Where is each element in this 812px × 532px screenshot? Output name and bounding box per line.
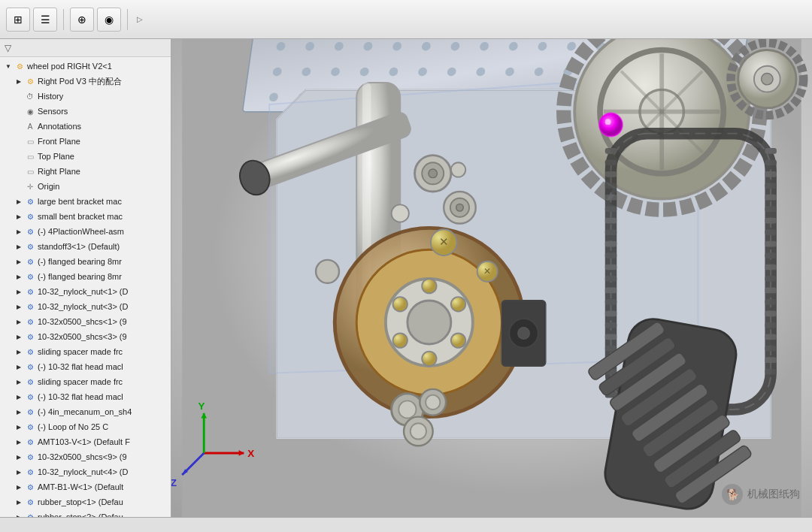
toolbar-expand-arrow[interactable]: ▷ <box>134 14 146 25</box>
svg-rect-106 <box>765 322 776 328</box>
tree-expand-arrow[interactable] <box>14 91 24 101</box>
tree-item-sensors[interactable]: ◉Sensors <box>0 104 171 119</box>
tree-item-shcs9[interactable]: ▶⚙10-32x0500_shcs<9> (9 <box>0 449 171 464</box>
tree-expand-arrow[interactable]: ▶ <box>14 76 24 86</box>
tree-expand-arrow[interactable]: ▶ <box>14 422 24 432</box>
tree-expand-arrow[interactable] <box>14 106 24 116</box>
tree-item-bracket2[interactable]: ▶⚙small bent bracket mac <box>0 209 171 224</box>
svg-point-158 <box>429 169 438 178</box>
tree-item-icon-history: ⏱ <box>24 90 36 102</box>
svg-rect-94 <box>765 183 776 189</box>
tree-item-label-bracket1: large bent bracket mac <box>38 197 122 206</box>
svg-point-124 <box>393 333 408 347</box>
tree-item-origin[interactable]: ✛Origin <box>0 179 171 194</box>
tree-expand-arrow[interactable]: ▶ <box>14 256 24 267</box>
tree-item-4plaction[interactable]: ▶⚙(-) 4PlactionWheel-asm <box>0 224 171 239</box>
tree-item-rubber1[interactable]: ▶⚙rubber_stop<1> (Defau <box>0 494 171 509</box>
tree-item-icon-frontplane: ▭ <box>24 135 36 147</box>
svg-rect-72 <box>605 183 617 189</box>
tree-item-label-bracket2: small bent bracket mac <box>38 212 123 221</box>
tree-item-annotations[interactable]: AAnnotations <box>0 119 171 134</box>
svg-rect-100 <box>765 252 776 258</box>
toolbar-btn-crosshair[interactable]: ⊕ <box>70 8 94 32</box>
tree-expand-arrow[interactable]: ▶ <box>14 226 24 237</box>
tree-expand-arrow[interactable]: ▶ <box>14 196 24 207</box>
tree-expand-arrow[interactable] <box>14 151 24 162</box>
toolbar-btn-circle[interactable]: ◉ <box>97 8 121 32</box>
svg-point-142 <box>316 260 339 283</box>
tree-expand-arrow[interactable] <box>14 136 24 147</box>
tree-item-frontplane[interactable]: ▭Front Plane <box>0 134 171 149</box>
svg-rect-85 <box>605 334 617 340</box>
tree-expand-arrow[interactable]: ▶ <box>14 452 24 462</box>
tree-expand-arrow[interactable]: ▶ <box>14 391 24 402</box>
tree-item-label-sensors: Sensors <box>38 107 68 116</box>
feature-tree[interactable]: ▼⚙wheel pod RIGHt V2<1▶⚙Right Pod V3 中的配… <box>0 57 171 517</box>
tree-expand-arrow[interactable]: ▶ <box>14 437 24 447</box>
tree-expand-arrow[interactable]: ▶ <box>14 301 24 312</box>
tree-item-amt103[interactable]: ▶⚙AMT103-V<1> (Default F <box>0 434 171 449</box>
tree-item-loop25[interactable]: ▶⚙(-) Loop of No 25 C <box>0 419 171 434</box>
tree-item-rubber2[interactable]: ▶⚙rubber_stop<2> (Defau <box>0 509 171 517</box>
tree-expand-arrow[interactable]: ▶ <box>14 497 24 507</box>
tree-item-topplane[interactable]: ▭Top Plane <box>0 149 171 164</box>
tree-item-bracket1[interactable]: ▶⚙large bent bracket mac <box>0 194 171 209</box>
tree-expand-arrow[interactable] <box>14 181 24 192</box>
tree-item-shcs1[interactable]: ▶⚙10-32x0500_shcs<1> (9 <box>0 314 171 329</box>
watermark-icon: 🐕 <box>722 484 743 505</box>
tree-item-rightpod[interactable]: ▶⚙Right Pod V3 中的配合 <box>0 74 171 89</box>
tree-expand-arrow[interactable]: ▶ <box>14 467 24 477</box>
tree-item-label-frontplane: Front Plane <box>38 137 80 146</box>
tree-item-root[interactable]: ▼⚙wheel pod RIGHt V2<1 <box>0 59 171 74</box>
tree-expand-arrow[interactable]: ▶ <box>14 361 24 372</box>
tree-expand-arrow[interactable]: ▶ <box>14 376 24 387</box>
3d-viewport[interactable]: ✕ ✕ <box>171 39 812 517</box>
tree-item-spacer2[interactable]: ▶⚙sliding spacer made frc <box>0 374 171 389</box>
tree-item-label-shcs9: 10-32x0500_shcs<9> (9 <box>38 452 127 461</box>
tree-item-history[interactable]: ⏱History <box>0 89 171 104</box>
tree-expand-arrow[interactable]: ▶ <box>14 271 24 282</box>
svg-rect-102 <box>765 276 776 282</box>
tree-expand-arrow[interactable]: ▼ <box>3 61 14 71</box>
svg-text:Y: Y <box>198 401 205 412</box>
tree-expand-arrow[interactable]: ▶ <box>14 407 24 417</box>
tree-item-shcs3[interactable]: ▶⚙10-32x0500_shcs<3> (9 <box>0 329 171 344</box>
tree-expand-arrow[interactable]: ▶ <box>14 331 24 342</box>
svg-text:Z: Z <box>171 477 177 488</box>
tree-item-label-shcs1: 10-32x0500_shcs<1> (9 <box>38 317 127 326</box>
tree-item-rightplane[interactable]: ▭Right Plane <box>0 164 171 179</box>
tree-expand-arrow[interactable]: ▶ <box>14 512 24 517</box>
svg-rect-95 <box>765 195 776 201</box>
tree-item-nylock3[interactable]: ▶⚙10-32_nylock_nut<3> (D <box>0 299 171 314</box>
tree-item-flathead1[interactable]: ▶⚙(-) 10-32 flat head macl <box>0 359 171 374</box>
tree-item-icon-amtb1w: ⚙ <box>24 481 36 493</box>
tree-item-amtb1w[interactable]: ▶⚙AMT-B1-W<1> (Default <box>0 479 171 494</box>
tree-item-fbearing1[interactable]: ▶⚙(-) flanged bearing 8mr <box>0 254 171 269</box>
tree-item-label-topplane: Top Plane <box>38 152 74 161</box>
tree-item-nylock4[interactable]: ▶⚙10-32_nylock_nut<4> (D <box>0 464 171 479</box>
tree-item-spacer1[interactable]: ▶⚙sliding spacer made frc <box>0 344 171 359</box>
tree-item-icon-fbearing1: ⚙ <box>24 255 36 268</box>
svg-rect-78 <box>605 252 617 258</box>
tree-item-label-origin: Origin <box>38 182 59 191</box>
tree-expand-arrow[interactable] <box>14 166 24 177</box>
tree-item-nylock1[interactable]: ▶⚙10-32_nylock_nut<1> (D <box>0 284 171 299</box>
toolbar-btn-list[interactable]: ☰ <box>33 8 57 32</box>
tree-item-icon-rubber1: ⚙ <box>24 496 36 508</box>
tree-expand-arrow[interactable]: ▶ <box>14 241 24 252</box>
toolbar-btn-grid[interactable]: ⊞ <box>6 8 30 32</box>
tree-item-mecanum[interactable]: ▶⚙(-) 4in_mecanum_on_sh4 <box>0 404 171 419</box>
svg-point-66 <box>762 73 773 84</box>
svg-point-148 <box>411 423 426 439</box>
tree-expand-arrow[interactable]: ▶ <box>14 211 24 222</box>
tree-expand-arrow[interactable]: ▶ <box>14 346 24 357</box>
tree-item-label-rightplane: Right Plane <box>38 167 80 176</box>
tree-item-standoff3[interactable]: ▶⚙standoff3<1> (Default) <box>0 239 171 254</box>
tree-expand-arrow[interactable]: ▶ <box>14 316 24 327</box>
tree-item-label-annotations: Annotations <box>38 122 81 131</box>
tree-item-fbearing2[interactable]: ▶⚙(-) flanged bearing 8mr <box>0 269 171 284</box>
tree-expand-arrow[interactable] <box>14 121 24 131</box>
tree-item-flathead2[interactable]: ▶⚙(-) 10-32 flat head macl <box>0 389 171 404</box>
tree-expand-arrow[interactable]: ▶ <box>14 482 24 492</box>
tree-expand-arrow[interactable]: ▶ <box>14 286 24 297</box>
